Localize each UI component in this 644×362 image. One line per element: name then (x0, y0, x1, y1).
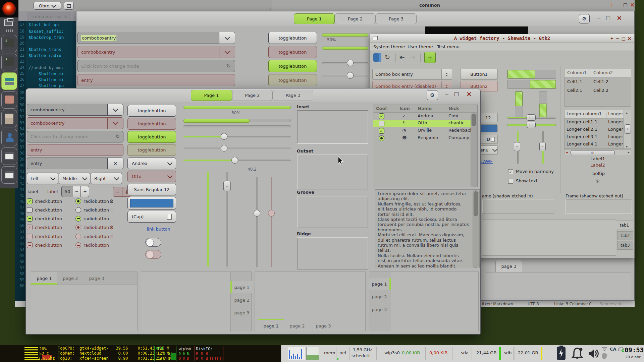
checkbutton-3-label[interactable]: checkbutton (35, 216, 62, 221)
back-window-titlebar[interactable]: common + − □ × (272, 0, 635, 11)
tab-page2[interactable]: page 2 (232, 294, 252, 306)
front-combo-middle[interactable]: Middle (59, 173, 90, 184)
tree-cell-name[interactable]: Otto (418, 120, 427, 125)
back-scale-1-handle[interactable] (347, 60, 354, 66)
toolbar-exit-icon[interactable] (373, 53, 381, 62)
gtk2-titlebar[interactable]: A widget factory - Skewaita - Gtk2 ✦ − □… (370, 34, 634, 43)
gtk2-checkbox-showtext-label[interactable]: Show text (516, 178, 538, 183)
status-syntax[interactable]: itxer: Markdown (482, 302, 513, 306)
radiobutton-3-indeterminate[interactable] (75, 216, 81, 222)
open-button[interactable]: Obre (34, 2, 61, 10)
tree-cell-name[interactable]: Orville (418, 128, 432, 133)
taskbar-net-label[interactable]: net (339, 350, 346, 355)
dock-item-contacts[interactable] (1, 129, 17, 146)
table-cell[interactable]: Cell1.1 (567, 79, 582, 84)
table-cell[interactable]: Longer cell3.1 (567, 134, 597, 139)
scroll-thumb[interactable]: ||| (571, 150, 615, 155)
gtk2-table1[interactable]: Column1 Column2 Cell1.1 Cell1.2 Cell2.1 … (564, 69, 631, 107)
table-cell[interactable]: Cell2.2 (593, 88, 608, 93)
radiobutton-3-label[interactable]: radiobutton (84, 216, 109, 221)
tab-page3[interactable]: page 3 (310, 320, 336, 331)
hal-eye-icon[interactable] (0, 0, 18, 17)
dock-item-document[interactable] (1, 110, 17, 127)
back-close-button[interactable]: × (616, 14, 622, 22)
gtk2-tab2[interactable]: tab2 (617, 231, 633, 240)
background-terminal-window[interactable] (425, 26, 528, 34)
radiobutton-2[interactable] (75, 207, 81, 213)
gtk2-combo-box-entry[interactable]: Combo box entry (372, 69, 452, 80)
tree-cell-nick[interactable]: chaotic (448, 120, 464, 125)
cpu-governor[interactable]: schedutil (352, 353, 371, 358)
front-tab-page3[interactable]: Page 3 (273, 90, 313, 101)
back-gear-button[interactable]: ⚙ (579, 14, 590, 23)
table-cell[interactable]: Longer cell4.1 (567, 141, 597, 146)
tree-header-cool[interactable]: Cool (376, 106, 387, 111)
shield-icon[interactable] (601, 353, 607, 360)
gtk2-slider-2-handle[interactable]: ||| (527, 122, 536, 128)
gtk2-table2-hscrollbar[interactable]: ◂ ▸ ||| (564, 149, 631, 155)
spin-minus-button[interactable]: − (73, 186, 81, 197)
battery-icon[interactable] (557, 347, 566, 360)
front-minimize-button[interactable]: − (444, 91, 449, 97)
front-entry-clearable[interactable]: entry × (27, 158, 123, 169)
table-cell[interactable]: Cell2.1 (567, 88, 582, 93)
gtk2-checkbox-harmony[interactable]: ✓ (508, 169, 513, 174)
keyboard-layout[interactable]: CA (610, 347, 616, 352)
header-divider[interactable] (415, 106, 415, 112)
checkbutton-1[interactable]: ✓ (27, 198, 33, 204)
notification-bell-icon[interactable] (571, 348, 584, 360)
tab-page3[interactable]: page 3 (232, 307, 252, 319)
disk-sdb-label[interactable]: sdb (504, 350, 512, 355)
tab-page3[interactable]: page 3 (84, 272, 110, 285)
tab-page2[interactable]: page 2 (369, 291, 389, 303)
scroll-thumb[interactable] (472, 114, 476, 126)
spin-down-icon[interactable]: ▾ (446, 74, 448, 77)
front-entry-icon-mode[interactable]: Click icon to change mode ↻ (27, 131, 123, 142)
front-comboboxentry-1[interactable]: comboboxentry (27, 104, 123, 116)
refresh-icon[interactable]: ↻ (115, 133, 120, 139)
tree-header-nick[interactable]: Nick (448, 106, 459, 111)
back-minimize-button[interactable]: − (596, 15, 601, 21)
front-togglebutton-3[interactable]: togglebutton (127, 131, 176, 143)
combo-dropdown-button[interactable] (107, 104, 123, 115)
dock-item-terminal-2[interactable]: $_ (1, 54, 17, 71)
tree-cell-name[interactable]: Andrea (418, 113, 433, 118)
front-tab-page2[interactable]: Page 2 (232, 90, 273, 101)
tree-row-checkbox[interactable]: ✓ (379, 113, 384, 119)
checkbutton-2[interactable] (27, 207, 33, 213)
gtk2-vslider-1-handle[interactable]: ≡ (514, 142, 520, 151)
spin-plus-button[interactable]: + (81, 186, 89, 197)
editor-tab[interactable]: _common.scss × (27, 12, 71, 21)
front-textview[interactable]: Lorem ipsum dolor sit amet, consectetur … (375, 189, 480, 268)
front-color-button[interactable] (127, 197, 176, 209)
back-togglebutton-3[interactable]: togglebutton (268, 60, 317, 72)
scroll-thumb[interactable]: ≡ (625, 124, 631, 134)
tab-page1-active[interactable]: page 1 (258, 320, 284, 331)
header-divider[interactable] (446, 106, 446, 112)
menu-test-menu[interactable]: Test menu (437, 44, 460, 49)
radiobutton-1-label[interactable]: radiobutton (84, 199, 109, 204)
tab-page1-active[interactable]: page 1 (232, 281, 252, 293)
titlebar-pin-button[interactable]: + (609, 2, 613, 8)
front-link-button[interactable]: link button (141, 227, 176, 232)
cpu-history-graph[interactable] (288, 347, 305, 360)
back-togglebutton-1[interactable]: togglebutton (268, 32, 317, 44)
front-vscale-2-track[interactable] (256, 177, 258, 267)
status-encoding[interactable]: UTF-8 (528, 302, 539, 306)
tree-cell-nick[interactable]: Company (448, 135, 469, 140)
tree-row-checkbox[interactable]: ✓ (379, 128, 384, 134)
dock-item-window-2[interactable] (1, 166, 17, 184)
table-vscrollbar[interactable]: ▴ ▾ ≡ (624, 110, 631, 149)
front-scale-3-handle[interactable] (231, 157, 238, 164)
gtk2-vslider-2-handle[interactable]: ≡ (539, 142, 546, 151)
menu-user-theme[interactable]: User theme (408, 44, 433, 49)
gtk2-maximize-button[interactable]: □ (622, 36, 626, 41)
front-maximize-button[interactable]: □ (454, 91, 459, 97)
gtk2-table2[interactable]: Longer column1 Longer col Longer cell1.1… (564, 110, 631, 149)
back-scale-2-handle[interactable] (347, 72, 354, 79)
front-gear-button[interactable]: ⚙ (427, 90, 438, 100)
tab-page3[interactable]: page 3 (369, 303, 389, 315)
front-togglebutton-1[interactable]: togglebutton (127, 105, 176, 117)
front-vscale-grip-handle[interactable]: ≡ (223, 181, 231, 191)
menu-system-theme[interactable]: System theme (373, 44, 405, 49)
